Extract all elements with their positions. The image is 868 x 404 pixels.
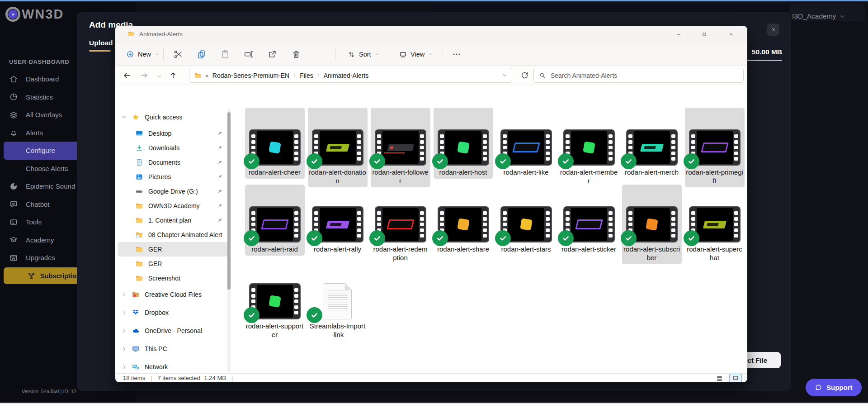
minimize-button[interactable] — [669, 28, 689, 41]
thumbnail-view-toggle[interactable] — [729, 374, 742, 383]
file-rodan-alert-like[interactable]: rodan-alert-like — [496, 108, 556, 179]
file-rodan-alert-superchat[interactable]: rodan-alert-superchat — [685, 185, 745, 264]
modal-close-button[interactable] — [767, 24, 779, 36]
view-button[interactable]: View — [396, 47, 436, 62]
delete-button[interactable] — [291, 49, 301, 59]
pin-icon — [217, 145, 223, 151]
sync-check-badge — [307, 153, 322, 169]
tree-item-downloads[interactable]: Downloads — [118, 141, 227, 155]
pictures-icon — [135, 173, 143, 181]
tree-scrollbar[interactable] — [227, 109, 231, 372]
file-rodan-alert-host[interactable]: rodan-alert-host — [434, 108, 493, 179]
plus-circle-icon — [126, 50, 134, 58]
new-button[interactable]: New — [123, 47, 163, 62]
status-bar: 18 items | 7 items selected 1.24 MB | — [115, 373, 747, 382]
share-button[interactable] — [267, 49, 277, 59]
grid-cell: rodan-alert-merch — [620, 108, 683, 185]
breadcrumb-overflow[interactable]: « — [205, 72, 209, 79]
tree-item-documents[interactable]: Documents — [118, 155, 227, 170]
search-input[interactable] — [550, 71, 743, 80]
tools-icon — [9, 218, 18, 227]
file-rodan-alert-donation[interactable]: rodan-alert-donation — [308, 108, 368, 187]
account-menu[interactable]: I3D_Academy — [792, 12, 845, 20]
grid-cell: Streamlabs-Import-link — [306, 261, 369, 338]
file-rodan-alert-cheer[interactable]: rodan-alert-cheer — [245, 108, 305, 179]
paste-button[interactable] — [220, 49, 230, 59]
tree-item-ger[interactable]: GER — [118, 242, 227, 257]
back-button[interactable] — [123, 71, 132, 80]
grid-cell: rodan-alert-sticker — [557, 185, 620, 261]
tree-item-onedrive-personal[interactable]: OneDrive - Personal — [118, 322, 227, 340]
toolbar-divider — [335, 48, 335, 61]
tree-item-1-content-plan[interactable]: 1. Content plan — [118, 213, 227, 228]
docs-icon — [135, 158, 143, 166]
tree-item-label: Google Drive (G:) — [148, 188, 198, 195]
tree-item-quick-access[interactable]: Quick access — [118, 108, 227, 126]
breadcrumb-segment-animated-alerts[interactable]: Animated-Alerts — [324, 72, 369, 79]
file-streamlabs-import-link[interactable]: Streamlabs-Import-link — [308, 261, 368, 341]
tree-item-desktop[interactable]: Desktop — [118, 126, 227, 141]
chevron-right-icon[interactable] — [122, 292, 127, 297]
tree-item-dropbox[interactable]: Dropbox — [118, 304, 227, 322]
file-rodan-alert-merch[interactable]: rodan-alert-merch — [622, 108, 682, 179]
own3d-logo[interactable]: WN3D — [5, 7, 64, 22]
file-rodan-alert-rally[interactable]: rodan-alert-rally — [308, 185, 368, 256]
tree-item-label: Dropbox — [145, 309, 169, 316]
tree-item-own3d-academy[interactable]: OWN3D Academy — [118, 199, 227, 213]
file-rodan-alert-primegift[interactable]: rodan-alert-primegift — [685, 108, 745, 187]
tab-upload[interactable]: Upload — [89, 39, 113, 47]
sort-button[interactable]: Sort — [344, 47, 383, 62]
alert-shape — [269, 295, 281, 307]
file-rodan-alert-redemption[interactable]: rodan-alert-redemption — [371, 185, 430, 264]
tree-item-screenshot[interactable]: Screenshot — [118, 271, 227, 285]
recent-locations-button[interactable] — [157, 73, 162, 78]
alert-shape — [575, 219, 603, 229]
up-button[interactable] — [169, 71, 178, 80]
chevron-right-icon[interactable] — [122, 364, 127, 370]
file-rodan-alert-supporter[interactable]: rodan-alert-supporter — [245, 261, 305, 341]
see-more-button[interactable] — [452, 49, 462, 59]
tree-item-pictures[interactable]: Pictures — [118, 170, 227, 184]
support-button[interactable]: Support — [806, 379, 862, 396]
tree-item-creative-cloud-files[interactable]: Creative Cloud Files — [118, 285, 227, 304]
forward-button[interactable] — [140, 71, 149, 80]
check-icon — [687, 157, 696, 166]
upload-limit-underline — [743, 60, 782, 61]
pin-icon — [217, 159, 223, 166]
file-rodan-alert-member[interactable]: rodan-alert-member — [559, 108, 619, 187]
sync-check-badge — [244, 307, 259, 323]
chevron-right-icon[interactable] — [122, 328, 127, 333]
chevron-right-icon[interactable] — [122, 310, 127, 315]
file-name-label: rodan-alert-sticker — [559, 245, 619, 253]
details-view-toggle[interactable] — [715, 375, 724, 381]
cut-button[interactable] — [173, 49, 183, 59]
tree-item-google-drive-g[interactable]: Google Drive (G:) — [118, 184, 227, 199]
file-rodan-alert-subscriber[interactable]: rodan-alert-subscriber — [622, 185, 682, 264]
close-window-button[interactable] — [721, 28, 741, 41]
maximize-button[interactable] — [694, 28, 714, 41]
maximize-icon — [702, 32, 707, 37]
file-rodan-alert-share[interactable]: rodan-alert-share — [434, 185, 493, 256]
tree-item-08-chapter-animated-alert[interactable]: 08 Chapter Animated Alert — [118, 228, 227, 242]
file-rodan-alert-follower[interactable]: rodan-alert-follower — [371, 108, 430, 187]
rename-button[interactable] — [244, 49, 254, 59]
breadcrumb-segment-files[interactable]: Files — [300, 72, 313, 79]
chevron-right-icon[interactable] — [122, 346, 127, 352]
file-rodan-alert-raid[interactable]: rodan-alert-raid — [245, 185, 305, 256]
address-dropdown-icon[interactable] — [502, 73, 507, 78]
scrollbar-thumb[interactable] — [227, 112, 231, 290]
chevron-down-icon[interactable] — [122, 114, 127, 120]
tree-item-this-pc[interactable]: This PC — [118, 340, 227, 358]
refresh-button[interactable] — [520, 71, 529, 80]
sidebar-item-label: Dashboard — [26, 75, 59, 83]
copy-button[interactable] — [197, 49, 207, 59]
file-rodan-alert-stars[interactable]: rodan-alert-stars — [496, 185, 556, 256]
file-rodan-alert-sticker[interactable]: rodan-alert-sticker — [559, 185, 619, 256]
breadcrumb[interactable]: « Rodan-Series-Premium-ENFilesAnimated-A… — [189, 68, 512, 83]
alert-shape — [701, 143, 728, 152]
breadcrumb-segment-rodan-series-premium-en[interactable]: Rodan-Series-Premium-EN — [212, 72, 289, 79]
tree-item-label: Pictures — [148, 173, 171, 181]
check-icon — [373, 234, 382, 242]
tree-item-label: GER — [148, 246, 162, 253]
tree-item-ger[interactable]: GER — [118, 257, 227, 271]
